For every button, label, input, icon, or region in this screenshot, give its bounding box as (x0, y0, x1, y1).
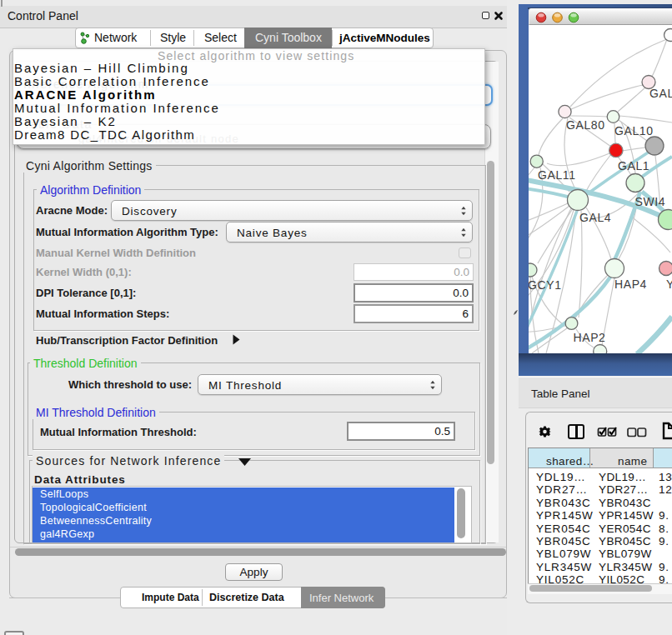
svg-text:GAL80: GAL80 (566, 118, 605, 132)
svg-text:GAL1: GAL1 (618, 159, 649, 172)
svg-text:GAL4: GAL4 (579, 211, 611, 224)
svg-text:HAP4: HAP4 (614, 278, 647, 291)
svg-text:GCY1: GCY1 (529, 278, 562, 292)
svg-text:GAL10: GAL10 (614, 124, 654, 138)
svg-text:SWI4: SWI4 (635, 195, 666, 208)
svg-text:GAL11: GAL11 (538, 168, 576, 182)
svg-text:GAL7: GAL7 (649, 87, 672, 100)
svg-text:HAP2: HAP2 (574, 331, 606, 344)
svg-text:YM: YM (666, 278, 672, 291)
